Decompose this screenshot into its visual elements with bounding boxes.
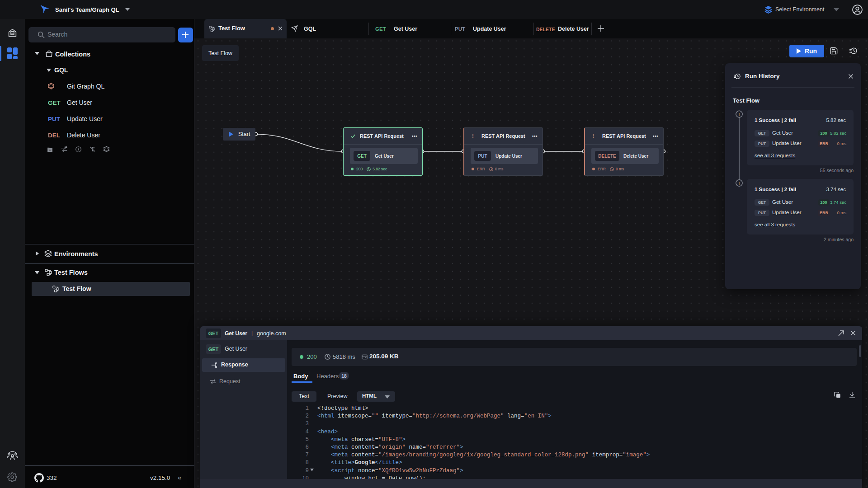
svg-text:!: ! xyxy=(739,112,740,117)
svg-text:!: ! xyxy=(739,181,740,186)
